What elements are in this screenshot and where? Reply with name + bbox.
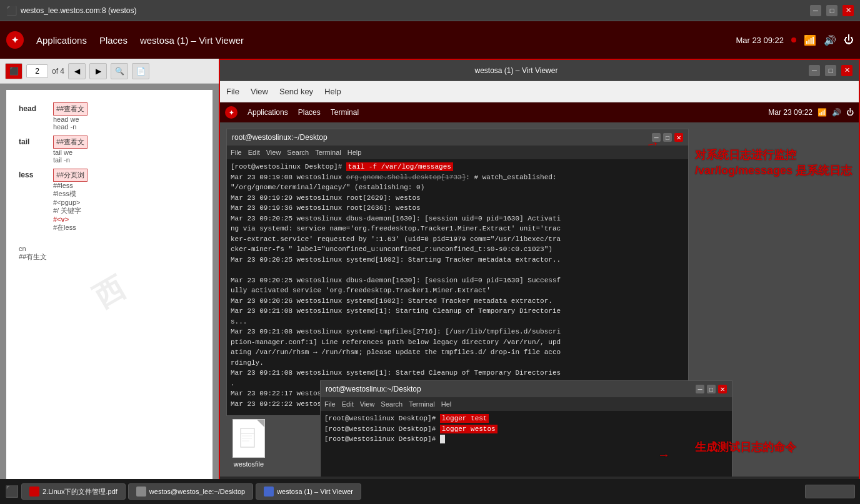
pdf-home-button[interactable]: ⬛ xyxy=(5,63,22,79)
virt-menu-help[interactable]: Help xyxy=(324,87,341,96)
pdf-line-less5: #/ 关键字 xyxy=(19,206,200,215)
os-bottom-terminal-icon xyxy=(136,487,146,497)
guest-places-menu[interactable]: Places xyxy=(298,108,321,117)
smenu-view[interactable]: View xyxy=(360,400,375,408)
sec-line-2: [root@westoslinux Desktop]# logger westo… xyxy=(324,424,728,435)
pdf-section-head: head##查看文 head we head -n xyxy=(19,102,200,131)
os-bottom-viewer-icon xyxy=(264,487,274,497)
guest-desktop: root@westoslinux:~/Desktop ─ □ ✕ File Ed… xyxy=(220,122,859,499)
outer-window-titlebar: ⬛ westos_lee.westos.com:8 (westos) ─ □ ✕ xyxy=(0,0,860,21)
virt-menu-file[interactable]: File xyxy=(226,87,239,96)
tmenu-view[interactable]: View xyxy=(266,149,281,156)
virt-minimize-button[interactable]: ─ xyxy=(809,65,820,76)
os-taskbar-left: ✦ Applications Places westosa (1) – Virt… xyxy=(6,31,244,49)
outer-close-button[interactable]: ✕ xyxy=(842,5,854,16)
arrow-to-command: → xyxy=(644,134,661,154)
virt-menu-sendkey[interactable]: Send key xyxy=(279,87,313,96)
tmenu-terminal[interactable]: Terminal xyxy=(315,149,341,156)
terminal-line-5: Mar 23 09:19:36 westoslinux root[2636]: … xyxy=(231,203,684,214)
virt-close-button[interactable]: ✕ xyxy=(841,65,852,76)
terminal-sec-maximize[interactable]: □ xyxy=(707,385,716,393)
annotation-text-1: 对系统日志进行监控 xyxy=(695,147,852,163)
os-bottom-btn-viewer[interactable]: westosa (1) – Virt Viewer xyxy=(256,483,361,500)
pdf-line-tail2: tail we xyxy=(19,149,200,156)
terminal-line-6: Mar 23 09:20:25 westoslinux dbus-daemon[… xyxy=(231,214,684,224)
guest-network-icon: 📶 xyxy=(818,108,827,117)
terminal-line-16: s... xyxy=(231,317,684,327)
os-app-icon: ✦ xyxy=(6,31,24,49)
os-bottom-btn-terminal[interactable]: westos@westos_lee:~/Desktop xyxy=(128,483,253,500)
outer-maximize-button[interactable]: □ xyxy=(826,5,838,16)
tmenu-edit[interactable]: Edit xyxy=(248,149,260,156)
pdf-page: 西 head##查看文 head we head -n tail##查看文 ta… xyxy=(6,90,212,494)
terminal-secondary-menubar: File Edit View Search Terminal Hel xyxy=(321,397,732,411)
pdf-prev-button[interactable]: ◀ xyxy=(68,63,86,79)
os-bottom-taskbar-right xyxy=(805,485,855,498)
terminal-main-menubar: File Edit View Search Terminal Help xyxy=(227,146,688,159)
terminal-main-body[interactable]: [root@westoslinux Desktop]# tail -f /var… xyxy=(227,159,688,415)
terminal-line-19: ating /var/run/rhsm → /run/rhsm; please … xyxy=(231,347,684,358)
pdf-annotation-head1: ##查看文 xyxy=(53,102,88,116)
tmenu-file[interactable]: File xyxy=(231,149,242,156)
virt-maximize-button[interactable]: □ xyxy=(825,65,836,76)
terminal-sec-close[interactable]: ✕ xyxy=(718,385,727,393)
terminal-line-12: Mar 23 09:20:25 westoslinux dbus-daemon[… xyxy=(231,275,684,286)
virt-viewer-window: westosa (1) – Virt Viewer ─ □ ✕ File Vie… xyxy=(219,59,860,500)
pdf-section-less: less##分页浏 ##less #less模 #<pgup> #/ 关键字 #… xyxy=(19,169,200,232)
smenu-search[interactable]: Search xyxy=(381,400,402,408)
os-bottom-btn-pdf[interactable]: 2.Linux下的文件管理.pdf xyxy=(21,483,126,500)
terminal-line-4: Mar 23 09:19:29 westoslinux root[2629]: … xyxy=(231,193,684,204)
pdf-search-button[interactable]: 🔍 xyxy=(111,63,128,79)
terminal-main-maximize[interactable]: □ xyxy=(663,133,672,142)
pdf-line-head3: head -n xyxy=(19,123,200,131)
terminal-line-13: ully activated service 'org.freedesktop.… xyxy=(231,285,684,296)
os-clock: Mar 23 09:22 xyxy=(736,36,784,45)
tmenu-help[interactable]: Help xyxy=(348,149,362,156)
terminal-line-10: Mar 23 09:20:25 westoslinux systemd[1602… xyxy=(231,255,684,265)
arrow-logger: → xyxy=(658,446,670,463)
smenu-help[interactable]: Hel xyxy=(441,400,452,408)
pdf-annotation-less1: ##分页浏 xyxy=(53,169,88,182)
guest-taskbar-right: Mar 23 09:22 📶 🔊 ⏻ xyxy=(768,108,854,117)
tmenu-search[interactable]: Search xyxy=(287,149,309,156)
os-taskbar: ✦ Applications Places westosa (1) – Virt… xyxy=(0,21,860,59)
terminal-line-3: "/org/gnome/terminal/legacy/" (establish… xyxy=(231,182,684,193)
terminal-line-2: Mar 23 09:19:08 westoslinux org.gnome.Sh… xyxy=(231,172,684,183)
os-places-menu[interactable]: Places xyxy=(99,35,128,46)
pdf-keyword-less: less xyxy=(19,170,53,179)
pdf-bookmark-button[interactable]: 📄 xyxy=(132,63,149,79)
sec-line-3: [root@westoslinux Desktop]# xyxy=(324,434,728,445)
outer-minimize-button[interactable]: ─ xyxy=(810,5,821,16)
terminal-line-8: ker-extract.service' requested by ':1.63… xyxy=(231,234,684,245)
os-applications-menu[interactable]: Applications xyxy=(36,35,87,46)
terminal-line-20: rdingly. xyxy=(231,358,684,368)
guest-applications-menu[interactable]: Applications xyxy=(248,108,288,117)
pdf-section-tail: tail##查看文 tail we tail -n xyxy=(19,136,200,164)
guest-app-icon: ✦ xyxy=(225,106,238,119)
os-taskbar-right: Mar 23 09:22 📶 🔊 ⏻ xyxy=(736,34,854,46)
os-status-dot xyxy=(791,37,796,42)
pdf-next-button[interactable]: ▶ xyxy=(89,63,107,79)
smenu-file[interactable]: File xyxy=(324,400,336,408)
pdf-page-total: of 4 xyxy=(52,67,64,76)
annotation-log-monitor: 对系统日志进行监控 /var/log/messages 是系统日志 xyxy=(695,147,852,179)
os-network-icon: 📶 xyxy=(804,34,816,46)
terminal-line-7: ng via systemd: service name='org.freede… xyxy=(231,224,684,234)
terminal-sec-minimize[interactable]: ─ xyxy=(696,385,704,393)
virt-viewer-title: westosa (1) – Virt Viewer xyxy=(226,66,806,75)
terminal-line-9: cker-miner-fs " label="unconfined_u:unco… xyxy=(231,244,684,255)
outer-window-title: westos_lee.westos.com:8 (westos) xyxy=(21,6,136,15)
guest-terminal-menu[interactable]: Terminal xyxy=(331,108,359,117)
terminal-line-11 xyxy=(231,265,684,275)
terminal-line-18: ption-manager.conf:1] Line references pa… xyxy=(231,337,684,348)
virt-menu-view[interactable]: View xyxy=(251,87,268,96)
guest-power-icon: ⏻ xyxy=(846,108,854,117)
smenu-edit[interactable]: Edit xyxy=(342,400,354,408)
os-sound-icon: 🔊 xyxy=(824,34,836,46)
pdf-page-input[interactable] xyxy=(26,64,48,78)
guest-sound-icon: 🔊 xyxy=(832,108,841,117)
terminal-main-close[interactable]: ✕ xyxy=(674,133,683,142)
smenu-terminal[interactable]: Terminal xyxy=(409,400,435,408)
desktop-file-icon[interactable]: westosfile xyxy=(232,419,265,468)
os-bottom-home-button[interactable]: ⬛ xyxy=(5,485,19,498)
